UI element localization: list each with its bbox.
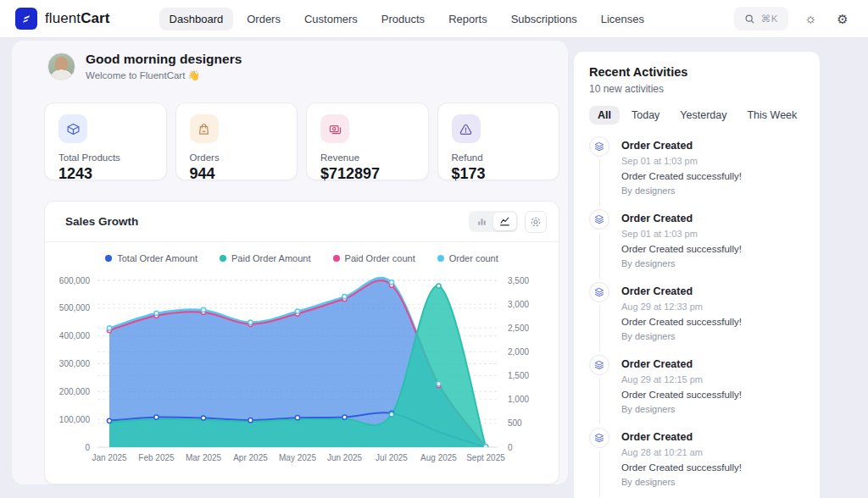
sales-growth-card: Sales Growth [44,201,559,484]
activities-tabs: AllTodayYesterdayThis Week [589,106,804,125]
main-content-panel: Good morning designers Welcome to Fluent… [12,41,568,484]
nav-item-dashboard[interactable]: Dashboard [159,8,234,30]
search-icon [744,14,755,25]
activity-timestamp: Aug 28 at 10:21 am [621,447,742,457]
activities-tab-all[interactable]: All [589,106,620,125]
activity-author: By designers [621,477,742,487]
activity-title: Order Created [621,209,742,224]
svg-text:1,000: 1,000 [508,395,529,404]
greeting-title: Good morning designers [86,52,242,67]
main-nav: DashboardOrdersCustomersProductsReportsS… [159,8,654,30]
activity-item[interactable]: Order Created Aug 29 at 12:33 pm Order C… [589,282,804,355]
nav-item-products[interactable]: Products [371,8,435,30]
svg-text:Jan 2025: Jan 2025 [92,453,127,462]
stat-label: Revenue [320,152,415,163]
chart-type-switcher [469,211,518,232]
order-layers-icon [589,209,609,230]
stat-value: 1243 [58,165,153,183]
stat-value: $712897 [320,165,415,183]
nav-item-subscriptions[interactable]: Subscriptions [501,8,587,30]
activity-timestamp: Sep 01 at 1:03 pm [621,229,742,239]
user-avatar[interactable] [47,53,75,80]
timeline-connector [599,451,600,497]
greeting-subtitle: Welcome to FluentCart 👋 [86,69,242,81]
stat-card: Total Products 1243 [44,102,167,180]
box-icon [58,114,87,143]
stats-row: Total Products 1243 Orders 944 Revenue $… [44,102,559,180]
stat-value: $173 [452,165,546,183]
timeline-connector [599,379,600,424]
svg-text:200,000: 200,000 [59,387,91,396]
order-layers-icon [589,136,609,157]
activity-author: By designers [621,258,742,268]
nav-item-reports[interactable]: Reports [438,8,498,30]
svg-text:2,500: 2,500 [508,324,529,333]
stat-label: Orders [190,152,284,163]
activity-description: Order Created successfully! [621,390,742,400]
fluentcart-logo-icon [15,8,37,30]
activities-tab-yesterday[interactable]: Yesterday [671,106,735,125]
line-chart-icon[interactable] [493,213,516,230]
alert-triangle-icon [452,114,481,143]
activity-item[interactable]: Order Created Sep 01 at 1:03 pm Order Cr… [589,209,804,282]
svg-text:100,000: 100,000 [59,415,91,424]
timeline-connector [599,160,600,206]
activities-tab-today[interactable]: Today [623,106,668,125]
stat-value: 944 [190,165,284,183]
svg-text:600,000: 600,000 [59,276,91,285]
svg-text:3,500: 3,500 [508,276,529,285]
activities-count: 10 new activities [589,83,804,95]
greeting-section: Good morning designers Welcome to Fluent… [47,52,242,81]
svg-text:300,000: 300,000 [59,359,91,368]
activity-title: Order Created [621,282,742,297]
nav-item-orders[interactable]: Orders [236,8,291,30]
svg-text:3,000: 3,000 [508,300,529,309]
settings-gear-icon[interactable]: ⚙ [832,8,853,29]
svg-text:Aug 2025: Aug 2025 [420,453,457,462]
svg-text:500,000: 500,000 [59,303,91,313]
svg-text:Mar 2025: Mar 2025 [186,453,222,462]
brand-name: fluentCart [45,10,110,27]
activity-item[interactable]: Order Created Aug 28 at 10:21 am Order C… [589,428,804,498]
brand-logo[interactable]: fluentCart [15,8,110,30]
chart-area: 0100,000200,000300,000400,000500,000600,… [47,257,555,471]
sales-growth-chart: 0100,000200,000300,000400,000500,000600,… [47,257,555,468]
chart-toolbar [469,211,547,233]
order-layers-icon [589,428,609,448]
order-layers-icon [589,355,609,375]
activity-item[interactable]: Order Created Aug 29 at 12:15 pm Order C… [589,355,804,428]
activities-tab-this-week[interactable]: This Week [738,106,805,125]
activity-timestamp: Sep 01 at 1:03 pm [621,156,742,166]
activity-description: Order Created successfully! [621,171,742,181]
svg-text:400,000: 400,000 [59,331,91,340]
activity-description: Order Created successfully! [621,317,742,327]
svg-text:500: 500 [508,418,522,428]
stat-label: Total Products [58,152,153,163]
sales-card-header: Sales Growth [45,202,559,242]
refresh-icon[interactable] [525,211,547,233]
svg-text:Sept 2025: Sept 2025 [466,453,505,462]
search-input[interactable]: ⌘K [734,7,788,30]
cash-icon [320,114,349,143]
timeline-connector [599,306,600,351]
activity-author: By designers [621,331,742,341]
activity-item[interactable]: Order Created Sep 01 at 1:03 pm Order Cr… [589,136,804,209]
nav-item-customers[interactable]: Customers [294,8,368,30]
svg-text:1,500: 1,500 [508,371,529,380]
activity-timestamp: Aug 29 at 12:15 pm [621,374,742,385]
svg-text:0: 0 [85,443,90,452]
svg-text:2,000: 2,000 [508,347,529,357]
svg-text:0: 0 [508,443,513,452]
nav-item-licenses[interactable]: Licenses [591,8,654,30]
svg-text:Jun 2025: Jun 2025 [327,453,363,462]
stat-card: Orders 944 [175,102,298,180]
svg-text:Feb 2025: Feb 2025 [138,453,175,462]
top-navigation-bar: fluentCart DashboardOrdersCustomersProdu… [0,0,868,38]
activity-description: Order Created successfully! [621,244,742,254]
bar-chart-icon[interactable] [470,213,493,230]
theme-sun-icon[interactable]: ☼ [800,8,821,29]
stat-card: Revenue $712897 [306,102,429,180]
order-layers-icon [589,282,609,302]
activity-title: Order Created [621,355,742,370]
stat-label: Refund [452,152,546,163]
